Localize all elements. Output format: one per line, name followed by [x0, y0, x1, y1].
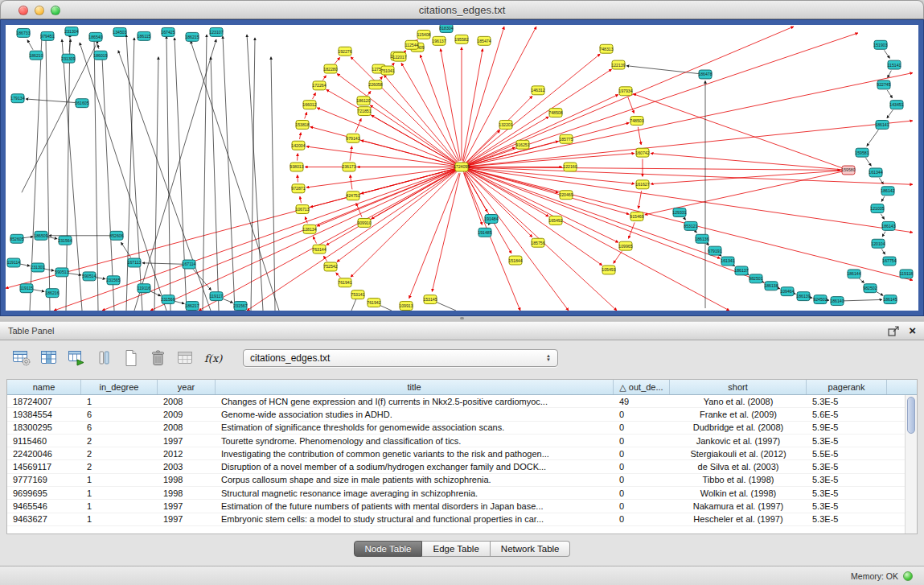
graph-node-label: 679191: [708, 249, 721, 253]
table-row[interactable]: 2242004622012Investigating the contribut…: [7, 447, 905, 460]
table-row[interactable]: 1830029562008Estimation of significance …: [7, 422, 905, 435]
graph-node-label: 160742: [635, 150, 649, 155]
graph-edge: [405, 51, 406, 52]
merge-table-button[interactable]: [174, 348, 198, 369]
graph-node-label: 129331: [672, 210, 686, 215]
scrollbar-thumb[interactable]: [907, 397, 915, 434]
import-table-button[interactable]: [64, 348, 88, 369]
function-builder-button[interactable]: f(x): [201, 348, 225, 369]
network-window-title: citations_edges.txt: [1, 1, 923, 20]
graph-node-label: 119118: [900, 271, 914, 276]
node-table: namein_degreeyeartitle△ out_de...shortpa…: [6, 379, 918, 534]
graph-node-label: 191485: [478, 230, 491, 235]
new-table-button[interactable]: [119, 348, 143, 369]
graph-node-label: 161627: [635, 182, 649, 187]
graph-edge: [126, 35, 142, 311]
column-chooser-button[interactable]: [92, 348, 116, 369]
show-columns-button[interactable]: [37, 348, 61, 369]
graph-node-label: 220469: [559, 192, 573, 197]
table-cell: 1997: [158, 436, 216, 446]
column-header[interactable]: year: [158, 380, 216, 394]
table-cell: 5.3E-5: [807, 514, 887, 524]
graph-edge: [887, 110, 893, 118]
table-cell: 0: [614, 410, 670, 419]
table-settings-button[interactable]: [10, 348, 34, 369]
table-row[interactable]: 946554611997Estimation of the future num…: [7, 500, 905, 513]
graph-edge: [859, 278, 864, 283]
graph-edge: [96, 278, 105, 279]
graph-node-label: 186019: [93, 53, 107, 58]
graph-node-label: 186136: [695, 237, 708, 241]
table-row[interactable]: 969969511998Structural magnetic resonanc…: [7, 487, 905, 500]
table-select[interactable]: citations_edges.txt ▲▼: [243, 349, 558, 367]
graph-edge: [629, 222, 635, 238]
table-cell: 2008: [158, 422, 216, 432]
table-cell: 5.3E-5: [807, 488, 887, 498]
graph-node-label: 231567: [233, 303, 247, 308]
table-row[interactable]: 946362711997Embryonic stem cells: a mode…: [7, 513, 905, 526]
table-select-value: citations_edges.txt: [250, 352, 330, 364]
graph-node-label: 186733: [16, 31, 30, 35]
tab-node-table[interactable]: Node Table: [354, 541, 423, 557]
graph-edge: [639, 191, 642, 208]
graph-edge: [166, 36, 170, 311]
table-cell: 5.3E-5: [807, 397, 887, 406]
table-row[interactable]: 977716911998Corpus callosum shape and si…: [7, 474, 905, 487]
graph-node-label: 924502: [813, 297, 827, 302]
graph-edge: [462, 167, 520, 311]
float-panel-button[interactable]: [888, 326, 899, 336]
column-header[interactable]: pagerank: [807, 380, 887, 394]
graph-node-label: 853121: [684, 224, 697, 229]
graph-edge: [441, 49, 461, 161]
graph-edge: [336, 273, 341, 278]
tab-network-table[interactable]: Network Table: [491, 541, 571, 557]
graph-node-label: 748508: [548, 110, 562, 115]
graph-edge: [876, 291, 883, 295]
table-panel-header: Table Panel ×: [0, 321, 924, 340]
graph-node-label: 161344: [869, 170, 882, 175]
graph-node-label: 818304: [439, 26, 453, 31]
graph-node-label: 112544: [405, 43, 419, 47]
table-cell: 22420046: [7, 449, 81, 459]
graph-node-label: 123107: [209, 30, 223, 35]
graph-edge: [462, 49, 483, 161]
table-scrollbar[interactable]: [905, 395, 917, 534]
graph-edge: [175, 301, 185, 303]
graph-node-label: 128134: [302, 227, 316, 232]
table-toolbar: f(x) citations_edges.txt ▲▼: [6, 345, 918, 371]
column-header[interactable]: name: [7, 380, 81, 394]
column-header[interactable]: in_degree: [81, 380, 158, 394]
delete-table-button[interactable]: [146, 348, 170, 369]
graph-node-label: 979143: [346, 136, 359, 141]
graph-node-label: 186216: [45, 290, 59, 295]
graph-node-label: 186120: [356, 98, 370, 103]
network-window-titlebar[interactable]: citations_edges.txt: [0, 0, 924, 19]
table-cell: 1: [81, 488, 158, 498]
graph-edge: [462, 167, 569, 311]
divider-handle-icon: [460, 317, 464, 319]
table-row[interactable]: 1938455462009Genome-wide association stu…: [7, 408, 905, 421]
table-row[interactable]: 1872400712008Changes of HCN gene express…: [7, 395, 905, 408]
table-tabs: Node Table Edge Table Network Table: [6, 541, 918, 557]
table-cell: 6: [81, 422, 158, 432]
tab-edge-table[interactable]: Edge Table: [422, 541, 490, 557]
table-row[interactable]: 911546021997Tourette syndrome. Phenomeno…: [7, 435, 905, 447]
graph-node-label: 231565: [106, 278, 120, 282]
table-header-row: namein_degreeyeartitle△ out_de...shortpa…: [7, 380, 917, 395]
table-cell: 18300295: [7, 422, 81, 432]
graph-edge: [271, 57, 275, 311]
graph-edge: [651, 171, 842, 184]
graph-node-label: 132201: [499, 122, 512, 127]
column-header[interactable]: △ out_de...: [614, 380, 670, 394]
close-panel-button[interactable]: ×: [909, 325, 916, 336]
table-cell: Dudbridge et al. (2008): [670, 422, 807, 432]
function-fx-icon: f(x): [203, 349, 224, 367]
column-header[interactable]: short: [670, 380, 807, 394]
network-graph-canvas[interactable]: 1724095761941752542763144128134106713972…: [6, 25, 918, 311]
table-cell: Nakamura et al. (1997): [670, 501, 807, 511]
table-cell: Corpus callosum shape and size in male p…: [216, 475, 614, 484]
graph-node-label: 231564: [58, 238, 72, 243]
table-row[interactable]: 1456911722003Disruption of a novel membe…: [7, 460, 905, 473]
column-header[interactable]: title: [216, 380, 614, 394]
table-cell: 19384554: [7, 410, 81, 419]
